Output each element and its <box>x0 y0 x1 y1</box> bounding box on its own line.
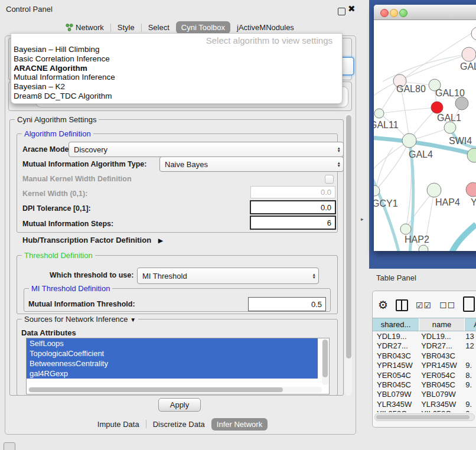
cell: YBL079W <box>419 390 464 399</box>
network-window-titlebar[interactable] <box>374 5 476 20</box>
manual-kernel-checkbox[interactable] <box>325 175 334 184</box>
column-header-partial[interactable]: A <box>465 318 476 331</box>
algorithm-option[interactable]: Basic Correlation Inference <box>14 54 340 64</box>
node-gray[interactable] <box>455 97 468 110</box>
mi-type-combobox[interactable]: Naive Bayes ▲▼ <box>159 156 344 172</box>
node-label: GAL80 <box>396 84 426 94</box>
tab-infer-network[interactable]: Infer Network <box>211 418 268 431</box>
which-threshold-combobox[interactable]: MI Threshold ▲▼ <box>137 268 319 284</box>
settings-vertical-scrollbar[interactable] <box>345 113 352 396</box>
list-horizontal-scrollbar[interactable] <box>28 387 322 393</box>
sources-title-label: Sources for Network Inference <box>24 315 128 324</box>
scrollbar-thumb[interactable] <box>29 387 283 392</box>
data-attribute-item[interactable]: gal4RGexp <box>27 369 318 379</box>
table-horizontal-scrollbar[interactable] <box>374 413 475 421</box>
cell: 9. <box>464 380 476 390</box>
panel-splitter-handle[interactable]: ▸ <box>361 216 364 222</box>
network-canvas[interactable]: GAL GAL80 GAL10 GAL1 GAL11 SWI4 GAL4 GCY… <box>374 19 476 251</box>
node-gal11[interactable] <box>374 109 384 118</box>
table-row[interactable]: YDL19...YDL19...13 <box>373 332 476 341</box>
mi-steps-input[interactable] <box>250 216 336 230</box>
cell: 9. <box>464 400 476 409</box>
node-salmon[interactable] <box>466 182 476 197</box>
list-vertical-scrollbar[interactable] <box>322 339 328 385</box>
stepper-arrows-icon: ▲▼ <box>312 273 316 279</box>
cell <box>464 390 476 399</box>
data-attribute-item[interactable]: TopologicalCoefficient <box>27 348 318 358</box>
close-icon[interactable]: ✖ <box>348 4 356 14</box>
column-header-shared[interactable]: shared... <box>373 318 419 331</box>
node-partial-bottom[interactable] <box>419 245 428 251</box>
scrollbar-thumb[interactable] <box>346 115 351 358</box>
algorithm-option[interactable]: Bayesian – K2 <box>14 82 340 92</box>
gear-icon[interactable]: ⚙ <box>378 299 388 311</box>
tab-select[interactable]: Select <box>143 21 175 34</box>
table-row[interactable]: YER054CYER054C8. <box>373 371 476 380</box>
deselect-all-checkboxes-icon[interactable]: ☐☐ <box>439 301 455 310</box>
scrollbar-thumb[interactable] <box>376 415 470 419</box>
split-columns-icon[interactable] <box>396 299 408 311</box>
node-hap4[interactable] <box>427 183 441 197</box>
aracne-mode-combobox[interactable]: Discovery ▲▼ <box>69 142 344 157</box>
table-toolbar: ⚙ ☑☑ ☐☐ <box>378 297 476 314</box>
algorithm-option-aracne[interactable]: ARACNE Algorithm <box>14 64 340 73</box>
table-row[interactable]: YLR345WYLR345W9. <box>373 400 476 409</box>
dpi-tolerance-input[interactable] <box>250 200 336 214</box>
node-gal-edge[interactable] <box>462 47 476 61</box>
node-label: GAL4 <box>409 149 433 159</box>
cell: YER054C <box>373 371 419 380</box>
data-attributes-list[interactable]: SelfLoops TopologicalCoefficient Between… <box>26 338 330 394</box>
algorithm-dropdown-popup: Select algorithm to view settings Bayesi… <box>11 33 343 104</box>
network-icon <box>66 24 73 31</box>
apply-button[interactable]: Apply <box>158 398 201 412</box>
node-right-green[interactable] <box>467 148 476 162</box>
minimize-traffic-light-icon[interactable] <box>390 9 398 17</box>
close-traffic-light-icon[interactable] <box>380 9 389 17</box>
node-selected-red[interactable] <box>431 102 443 113</box>
tab-cyni-toolbox[interactable]: Cyni Toolbox <box>176 21 230 34</box>
tab-impute-data[interactable]: Impute Data <box>92 418 145 431</box>
node-gal4[interactable] <box>402 133 416 148</box>
kernel-width-input[interactable] <box>250 186 335 198</box>
hub-tf-definition-label: Hub/Transcription Factor Definition <box>22 236 151 244</box>
data-attribute-item[interactable]: SelfLoops <box>27 338 318 348</box>
mi-threshold-input[interactable] <box>248 297 326 311</box>
document-icon[interactable] <box>463 296 475 312</box>
data-attribute-item[interactable]: BetweennessCentrality <box>27 358 318 369</box>
node-label: HAP2 <box>405 234 429 244</box>
table-row[interactable]: YPR145WYPR145W9. <box>373 361 476 370</box>
column-header-name[interactable]: name <box>419 318 465 331</box>
tab-jactivemnodules[interactable]: jActiveMNodules <box>232 21 299 34</box>
table-row[interactable]: YBR043CYBR043C <box>373 351 476 361</box>
algorithm-option[interactable]: Mutual Information Inference <box>14 73 340 82</box>
cell: YLR345W <box>373 400 419 409</box>
cell: 0. <box>464 409 476 412</box>
table-row[interactable]: YDR27...YDR27...12 <box>373 341 476 351</box>
algorithm-option[interactable]: Dream8 DC_TDC Algorithm <box>14 92 340 101</box>
hub-tf-definition-toggle[interactable]: Hub/Transcription Factor Definition ▶ <box>22 236 163 244</box>
cell: YBR045C <box>373 380 419 390</box>
table-header: shared... name A <box>373 318 476 331</box>
tab-impute-data-label: Impute Data <box>97 420 139 429</box>
scrollbar-thumb[interactable] <box>322 340 328 377</box>
tab-infer-network-label: Infer Network <box>217 420 262 429</box>
table-row[interactable]: YIL052CYIL052C0. <box>373 409 476 412</box>
tab-network[interactable]: Network <box>60 21 109 34</box>
tab-discretize-data[interactable]: Discretize Data <box>148 418 210 431</box>
table-row[interactable]: YBL079WYBL079W <box>373 390 476 399</box>
tab-style[interactable]: Style <box>112 21 140 34</box>
cell: YDR27... <box>419 341 464 351</box>
zoom-traffic-light-icon[interactable] <box>399 9 407 17</box>
table-row[interactable]: YBR045CYBR045C9. <box>373 380 476 390</box>
float-window-icon[interactable] <box>338 8 345 15</box>
algorithm-option[interactable]: Bayesian – Hill Climbing <box>14 45 340 54</box>
select-all-checkboxes-icon[interactable]: ☑☑ <box>416 301 432 310</box>
bottom-corner-button[interactable] <box>4 442 15 450</box>
sources-title[interactable]: Sources for Network Inference ▼ <box>22 315 138 324</box>
node-hap2[interactable] <box>400 224 411 234</box>
node-gal1[interactable] <box>444 122 456 133</box>
cell: 12 <box>464 341 476 351</box>
node-partial-top[interactable] <box>471 27 476 40</box>
dpi-tolerance-label: DPI Tolerance [0,1]: <box>22 204 91 213</box>
cell: YIL052C <box>373 409 419 412</box>
